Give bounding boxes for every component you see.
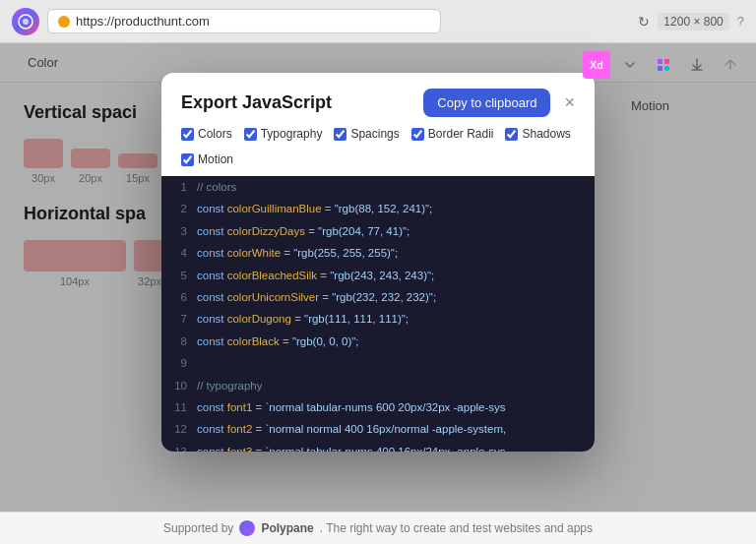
line-number: 11 — [161, 396, 197, 418]
line-content: const font2 = `normal normal 400 16px/no… — [197, 418, 506, 440]
typography-checkbox[interactable] — [244, 128, 257, 141]
motion-checkbox[interactable] — [181, 153, 194, 166]
modal-title: Export JavaScript — [181, 92, 332, 113]
checkbox-shadows[interactable]: Shadows — [505, 127, 570, 141]
line-number: 12 — [161, 418, 197, 440]
checkbox-typography[interactable]: Typography — [244, 127, 323, 141]
svg-point-5 — [664, 66, 669, 71]
svg-point-1 — [23, 19, 29, 25]
line-number: 3 — [161, 220, 197, 242]
url-text: https://producthunt.com — [76, 14, 210, 29]
code-line: 1// colors — [161, 176, 595, 198]
code-line: 13const font3 = `normal tabular-nums 400… — [161, 441, 595, 452]
code-line: 5const colorBleachedSilk = "rgb(243, 243… — [161, 265, 595, 286]
browser-chrome: https://producthunt.com ↻ 1200 × 800 ? — [0, 0, 756, 43]
secure-icon — [58, 16, 70, 28]
line-content: const font3 = `normal tabular-nums 400 1… — [197, 441, 506, 452]
refresh-icon[interactable]: ↻ — [638, 14, 650, 30]
address-bar[interactable]: https://producthunt.com — [47, 9, 441, 33]
line-number: 5 — [161, 265, 197, 286]
colors-checkbox[interactable] — [181, 128, 194, 141]
typography-label: Typography — [261, 127, 323, 141]
code-line: 4const colorWhite = "rgb(255, 255, 255)"… — [161, 242, 595, 264]
colors-label: Colors — [198, 127, 232, 141]
code-line: 6const colorUnicornSilver = "rgb(232, 23… — [161, 286, 595, 308]
line-number: 8 — [161, 331, 197, 352]
line-number: 13 — [161, 441, 197, 452]
code-line: 10// typography — [161, 375, 595, 396]
line-content: const colorGuillimanBlue = "rgb(88, 152,… — [197, 198, 432, 219]
line-number: 7 — [161, 308, 197, 330]
bottom-bar: Supported by Polypane . The right way to… — [0, 512, 756, 544]
line-number: 1 — [161, 176, 197, 198]
page-content: Xd Color Motion Vertical spaci 30px 20px — [0, 43, 756, 544]
line-number: 9 — [161, 352, 197, 374]
line-content: const colorDizzyDays = "rgb(204, 77, 41)… — [197, 220, 410, 242]
browser-logo — [12, 8, 39, 35]
shadows-label: Shadows — [522, 127, 570, 141]
code-line: 7const colorDugong = "rgb(111, 111, 111)… — [161, 308, 595, 330]
toolbar: Xd — [583, 51, 744, 79]
help-icon[interactable]: ? — [737, 14, 744, 29]
line-content: // typography — [197, 375, 262, 396]
shadows-checkbox[interactable] — [505, 128, 518, 141]
line-content: const colorDugong = "rgb(111, 111, 111)"… — [197, 308, 409, 330]
tool-icon-figma[interactable] — [650, 51, 677, 79]
polypane-logo-icon — [239, 520, 255, 536]
footer-tagline: . The right way to create and test websi… — [320, 521, 593, 535]
modal-header: Export JavaScript Copy to clipboard × — [161, 73, 595, 117]
svg-rect-2 — [658, 59, 662, 64]
xd-icon[interactable]: Xd — [583, 51, 610, 79]
line-content: // colors — [197, 176, 236, 198]
modal-overlay: Export JavaScript Copy to clipboard × Co… — [0, 43, 756, 544]
export-modal: Export JavaScript Copy to clipboard × Co… — [161, 73, 595, 452]
code-line: 3const colorDizzyDays = "rgb(204, 77, 41… — [161, 220, 595, 242]
border-radii-checkbox[interactable] — [411, 128, 424, 141]
tool-icon-share[interactable] — [717, 51, 744, 79]
code-block[interactable]: 1// colors2const colorGuillimanBlue = "r… — [161, 176, 595, 452]
modal-header-right: Copy to clipboard × — [423, 89, 575, 117]
resolution-badge: 1200 × 800 — [658, 13, 728, 30]
line-number: 2 — [161, 198, 197, 219]
checkbox-row: Colors Typography Spacings Border Radii … — [161, 117, 595, 176]
line-content: const colorUnicornSilver = "rgb(232, 232… — [197, 286, 436, 308]
line-number: 10 — [161, 375, 197, 396]
checkbox-border-radii[interactable]: Border Radii — [411, 127, 494, 141]
copy-to-clipboard-button[interactable]: Copy to clipboard — [423, 89, 550, 117]
spacings-label: Spacings — [350, 127, 399, 141]
border-radii-label: Border Radii — [428, 127, 494, 141]
line-content: const colorBleachedSilk = "rgb(243, 243,… — [197, 265, 434, 286]
code-line: 2const colorGuillimanBlue = "rgb(88, 152… — [161, 198, 595, 219]
code-line: 9 — [161, 352, 595, 374]
svg-rect-4 — [658, 66, 662, 71]
line-content: const colorBlack = "rgb(0, 0, 0)"; — [197, 331, 359, 352]
line-number: 4 — [161, 242, 197, 264]
code-line: 12const font2 = `normal normal 400 16px/… — [161, 418, 595, 440]
checkbox-motion[interactable]: Motion — [181, 152, 233, 166]
code-line: 11const font1 = `normal tabular-nums 600… — [161, 396, 595, 418]
spacings-checkbox[interactable] — [334, 128, 346, 141]
line-content: const colorWhite = "rgb(255, 255, 255)"; — [197, 242, 398, 264]
browser-actions: ↻ 1200 × 800 ? — [638, 13, 744, 30]
footer-supported-text: Supported by — [163, 521, 233, 535]
tool-icon-export[interactable] — [683, 51, 711, 79]
close-button[interactable]: × — [560, 92, 575, 113]
tool-icon-down[interactable] — [616, 51, 644, 79]
line-number: 6 — [161, 286, 197, 308]
checkbox-colors[interactable]: Colors — [181, 127, 232, 141]
svg-rect-3 — [664, 59, 669, 64]
motion-label: Motion — [198, 152, 233, 166]
footer-brand: Polypane — [261, 521, 313, 535]
code-line: 8const colorBlack = "rgb(0, 0, 0)"; — [161, 331, 595, 352]
checkbox-spacings[interactable]: Spacings — [334, 127, 399, 141]
line-content: const font1 = `normal tabular-nums 600 2… — [197, 396, 506, 418]
